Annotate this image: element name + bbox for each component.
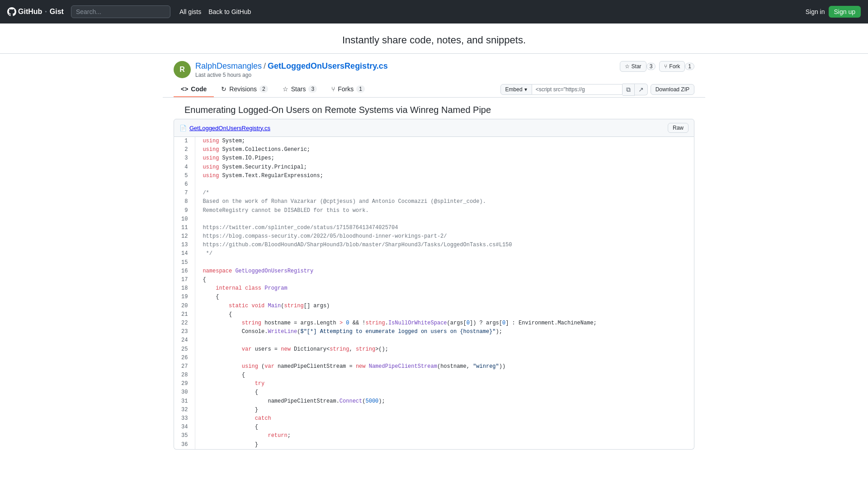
stars-count: 3	[308, 85, 317, 93]
table-row: 18 internal class Program	[174, 284, 694, 293]
open-new-icon: ↗	[638, 86, 644, 93]
raw-button[interactable]: Raw	[668, 123, 689, 133]
line-number: 13	[174, 241, 195, 249]
line-number: 8	[174, 197, 195, 206]
line-number: 10	[174, 215, 195, 224]
gist-author-block: R RalphDesmangles / GetLoggedOnUsersRegi…	[174, 61, 388, 78]
gist-header: R RalphDesmangles / GetLoggedOnUsersRegi…	[163, 54, 705, 78]
line-number: 14	[174, 249, 195, 258]
gist-tabs: <> Code ↻ Revisions 2 ☆ Stars 3 ⑂ Forks …	[163, 78, 705, 98]
tab-forks[interactable]: ⑂ Forks 1	[324, 82, 372, 97]
top-navigation: GitHub · Gist All gists Back to GitHub S…	[0, 0, 868, 23]
line-code: {	[195, 293, 694, 301]
fork-button[interactable]: ⑂ Fork	[659, 61, 685, 72]
breadcrumb: RalphDesmangles / GetLoggedOnUsersRegist…	[195, 61, 388, 71]
line-number: 34	[174, 423, 195, 432]
line-code: var users = new Dictionary<string, strin…	[195, 345, 694, 354]
line-number: 7	[174, 189, 195, 197]
line-code: {	[195, 423, 694, 432]
line-number: 22	[174, 319, 195, 328]
code-filename-link[interactable]: GetLoggedOnUsersRegistry.cs	[189, 125, 270, 131]
line-code	[195, 336, 694, 345]
line-code: https://twitter.com/splinter_code/status…	[195, 224, 694, 232]
line-code: */	[195, 249, 694, 258]
sign-up-button[interactable]: Sign up	[829, 6, 861, 18]
tabs-right: Embed ▾ ⧉ ↗ Download ZIP	[500, 84, 694, 96]
line-number: 16	[174, 267, 195, 276]
line-number: 35	[174, 432, 195, 440]
line-number: 30	[174, 388, 195, 397]
gist-title-block: RalphDesmangles / GetLoggedOnUsersRegist…	[195, 61, 388, 78]
tab-code[interactable]: <> Code	[174, 82, 214, 97]
code-container: Enumerating Logged-On Users on Remote Sy…	[163, 105, 705, 468]
table-row: 26	[174, 354, 694, 362]
line-number: 1	[174, 137, 195, 145]
embed-button[interactable]: Embed ▾	[500, 84, 532, 95]
line-code: Based on the work of Rohan Vazarkar (@cp…	[195, 197, 694, 206]
avatar: R	[174, 61, 191, 78]
line-number: 19	[174, 293, 195, 301]
table-row: 16 namespace GetLoggedOnUsersRegistry	[174, 267, 694, 276]
fork-count: 1	[685, 63, 694, 70]
line-number: 31	[174, 397, 195, 406]
gist-actions: ☆ Star 3 ⑂ Fork 1	[620, 61, 694, 72]
tab-revisions[interactable]: ↻ Revisions 2	[214, 82, 275, 97]
open-new-button[interactable]: ↗	[635, 84, 648, 95]
all-gists-link[interactable]: All gists	[179, 8, 201, 15]
stars-tab-label: Stars	[291, 85, 306, 93]
github-text: GitHub	[18, 8, 42, 16]
table-row: 13 https://github.com/BloodHoundAD/Sharp…	[174, 241, 694, 249]
table-row: 3 using System.IO.Pipes;	[174, 154, 694, 163]
line-code: using System.Collections.Generic;	[195, 145, 694, 154]
revisions-tab-label: Revisions	[229, 85, 257, 93]
line-number: 11	[174, 224, 195, 232]
line-code: {	[195, 371, 694, 380]
table-row: 1 using System;	[174, 137, 694, 145]
line-code: namespace GetLoggedOnUsersRegistry	[195, 267, 694, 276]
line-number: 23	[174, 328, 195, 336]
github-gist-logo[interactable]: GitHub · Gist	[7, 7, 64, 16]
table-row: 2 using System.Collections.Generic;	[174, 145, 694, 154]
line-code: /*	[195, 189, 694, 197]
table-row: 20 static void Main(string[] args)	[174, 302, 694, 310]
star-button[interactable]: ☆ Star	[620, 61, 646, 72]
fork-group: ⑂ Fork 1	[659, 61, 694, 72]
nav-links: All gists Back to GitHub	[179, 8, 251, 15]
back-to-github-link[interactable]: Back to GitHub	[208, 8, 251, 15]
search-input[interactable]	[71, 5, 170, 18]
line-code: }	[195, 406, 694, 414]
line-number: 24	[174, 336, 195, 345]
code-icon: <>	[181, 85, 188, 93]
filename-link[interactable]: GetLoggedOnUsersRegistry.cs	[268, 61, 388, 71]
forks-count: 1	[356, 85, 365, 93]
table-row: 9 RemoteRegistry cannot be DISABLED for …	[174, 206, 694, 215]
hero-tagline: Instantly share code, notes, and snippet…	[342, 34, 526, 46]
copy-icon: ⧉	[626, 86, 631, 93]
line-code: using System.IO.Pipes;	[195, 154, 694, 163]
table-row: 5 using System.Text.RegularExpressions;	[174, 172, 694, 180]
copy-embed-button[interactable]: ⧉	[623, 84, 635, 96]
embed-input[interactable]	[532, 84, 623, 95]
code-file-name: 📄 GetLoggedOnUsersRegistry.cs	[179, 125, 270, 131]
line-number: 6	[174, 180, 195, 189]
line-code: string hostname = args.Length > 0 && !st…	[195, 319, 694, 328]
line-code: {	[195, 276, 694, 284]
download-zip-button[interactable]: Download ZIP	[651, 84, 694, 95]
breadcrumb-slash: /	[264, 61, 266, 71]
table-row: 27 using (var namedPipeClientStream = ne…	[174, 362, 694, 371]
line-code: Console.WriteLine($"[*] Attempting to en…	[195, 328, 694, 336]
author-link[interactable]: RalphDesmangles	[195, 61, 262, 71]
revisions-count: 2	[259, 85, 268, 93]
table-row: 4 using System.Security.Principal;	[174, 163, 694, 172]
line-number: 28	[174, 371, 195, 380]
star-icon: ☆	[625, 63, 630, 70]
sign-in-link[interactable]: Sign in	[806, 8, 825, 15]
table-row: 32 }	[174, 406, 694, 414]
table-row: 11 https://twitter.com/splinter_code/sta…	[174, 224, 694, 232]
tab-stars[interactable]: ☆ Stars 3	[275, 82, 324, 97]
revisions-icon: ↻	[221, 85, 226, 93]
embed-group: Embed ▾ ⧉ ↗	[500, 84, 648, 96]
table-row: 31 namedPipeClientStream.Connect(5000);	[174, 397, 694, 406]
tabs-left: <> Code ↻ Revisions 2 ☆ Stars 3 ⑂ Forks …	[174, 82, 372, 97]
star-label: Star	[632, 63, 642, 70]
